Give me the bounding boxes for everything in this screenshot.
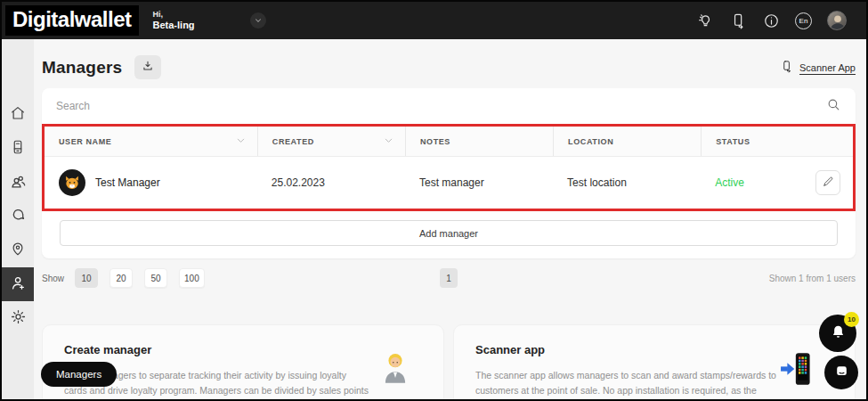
export-download-button[interactable] [134, 55, 161, 79]
pencil-icon [822, 176, 834, 191]
page-size-buttons: 10 20 50 100 [75, 268, 205, 288]
sidebar-item-chat[interactable] [2, 200, 34, 233]
page-header: Managers Scanner App [42, 55, 856, 79]
sidebar-item-customers[interactable] [2, 166, 34, 200]
chat-bubble-icon [834, 364, 849, 382]
scanner-app-link[interactable]: Scanner App [781, 60, 856, 75]
brightness-icon[interactable] [696, 12, 714, 29]
highlighted-table-region: User name Created Notes [42, 124, 856, 211]
search-input[interactable] [56, 100, 826, 112]
column-header-status[interactable]: Status [701, 127, 853, 156]
topbar-actions: En [696, 11, 847, 30]
column-header-location[interactable]: Location [553, 127, 701, 156]
search-icon[interactable] [826, 97, 841, 116]
page-title: Managers [42, 58, 122, 78]
bell-icon [830, 323, 847, 344]
cell-created: 25.02.2023 [257, 176, 405, 189]
user-name-value: Test Manager [95, 176, 160, 189]
cell-notes: Test manager [405, 176, 553, 189]
page-size-100-button[interactable]: 100 [179, 268, 205, 288]
user-avatar[interactable] [827, 11, 847, 30]
sidebar-item-home[interactable] [2, 98, 34, 132]
sort-chevron-icon[interactable] [235, 135, 247, 148]
info-icon[interactable] [762, 12, 780, 29]
status-badge: Active [715, 176, 744, 189]
table-row[interactable]: Test Manager 25.02.2023 Test manager Tes… [45, 157, 853, 209]
sort-chevron-icon[interactable] [383, 135, 394, 148]
page-size-10-button[interactable]: 10 [75, 268, 98, 288]
scanner-app-description: The scanner app allows managers to scan … [475, 368, 783, 401]
column-label: Status [716, 137, 750, 146]
add-manager-button[interactable]: Add manager [60, 220, 838, 246]
greeting-hi: Hi, [153, 10, 195, 20]
chat-icon [10, 207, 27, 227]
sidebar-item-locations[interactable] [2, 233, 34, 267]
column-header-user-name[interactable]: User name [45, 127, 257, 156]
page-size-20-button[interactable]: 20 [110, 268, 133, 288]
customers-icon [10, 173, 27, 193]
sidebar-item-managers[interactable] [2, 267, 34, 301]
greeting-name: Beta-ling [153, 20, 195, 32]
scanner-phone-icon [781, 60, 794, 75]
column-header-notes[interactable]: Notes [405, 127, 553, 156]
scanner-app-link-label: Scanner App [799, 62, 856, 73]
page-size-50-button[interactable]: 50 [144, 268, 167, 288]
managers-tooltip: Managers [41, 362, 117, 387]
user-greeting: Hi, Beta-ling [153, 10, 195, 32]
manager-add-icon [10, 274, 27, 295]
cell-user-name: Test Manager [45, 169, 257, 196]
info-cards-row: Create manager Create managers to separa… [42, 324, 856, 401]
app-logo[interactable]: Digitalwallet [5, 5, 139, 36]
sidebar-item-pos[interactable] [2, 132, 34, 166]
support-chat-button[interactable] [824, 356, 858, 389]
column-label: Notes [420, 137, 450, 146]
phone-with-arrow-emoji [780, 350, 817, 391]
notifications-button[interactable]: 10 [819, 315, 856, 352]
pagination-bar: Show 10 20 50 100 1 Shown 1 from 1 users [42, 267, 856, 289]
scanner-app-card: Scanner app The scanner app allows manag… [453, 324, 856, 401]
sidebar-item-settings[interactable] [2, 301, 34, 335]
add-manager-row: Add manager [42, 211, 856, 258]
show-label: Show [42, 274, 64, 283]
download-icon [142, 60, 154, 75]
gear-icon [10, 308, 27, 329]
location-pin-icon [10, 241, 26, 260]
language-badge[interactable]: En [795, 12, 812, 29]
main-content: Managers Scanner App [34, 39, 866, 399]
cat-emoji-avatar [59, 169, 85, 196]
chevron-down-icon [254, 12, 263, 29]
home-icon [10, 105, 26, 125]
column-header-created[interactable]: Created [257, 127, 405, 156]
sidebar-nav [2, 39, 34, 399]
table-header-row: User name Created Notes [45, 127, 853, 157]
column-label: User name [59, 137, 111, 146]
pos-terminal-icon [10, 139, 26, 159]
account-dropdown-button[interactable] [250, 12, 266, 29]
create-manager-title: Create manager [64, 343, 422, 356]
pagination-summary: Shown 1 from 1 users [769, 274, 856, 283]
topbar: Digitalwallet Hi, Beta-ling [2, 2, 866, 39]
app-window: Digitalwallet Hi, Beta-ling [0, 0, 868, 401]
managers-table-card: User name Created Notes [42, 88, 856, 258]
search-bar [42, 88, 856, 124]
scanner-phone-icon[interactable] [729, 12, 747, 29]
person-emoji [377, 350, 413, 389]
column-label: Created [272, 137, 314, 146]
edit-manager-button[interactable] [815, 170, 840, 195]
current-page-button[interactable]: 1 [440, 268, 458, 288]
notification-count-badge: 10 [844, 312, 859, 327]
column-label: Location [568, 137, 613, 146]
cell-location: Test location [553, 176, 701, 189]
